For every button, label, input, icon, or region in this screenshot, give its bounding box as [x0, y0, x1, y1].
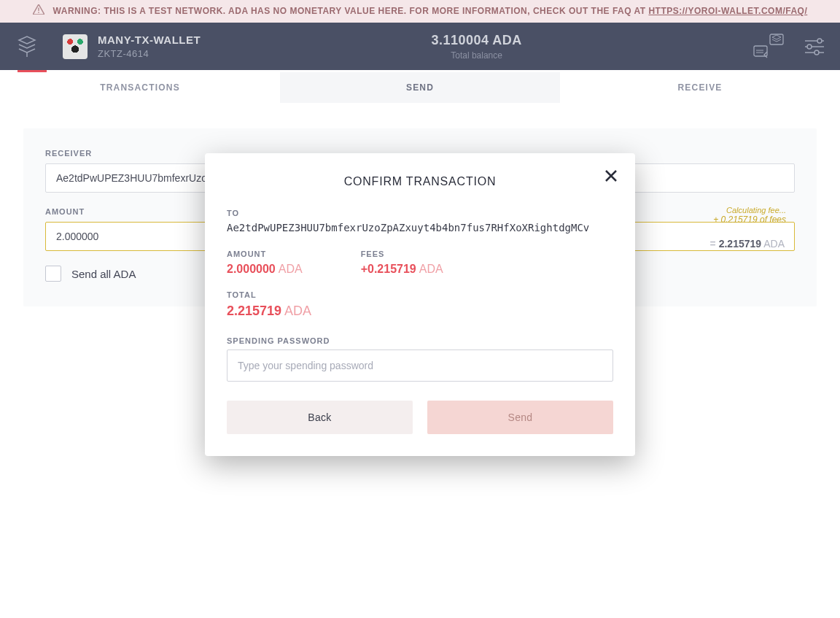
settings-icon[interactable] [804, 36, 825, 57]
amount-block: AMOUNT 2.000000ADA [227, 250, 303, 276]
balance-block: 3.110004 ADA Total balance [201, 33, 752, 61]
wallet-name: MANY-TX-WALLET [98, 34, 201, 46]
modal-total-value: 2.215719ADA [227, 304, 613, 319]
balance-label: Total balance [201, 50, 752, 61]
fees-block: FEES +0.215719ADA [361, 250, 443, 276]
modal-title: CONFIRM TRANSACTION [205, 175, 635, 188]
balance-value: 3.110004 ADA [201, 33, 752, 48]
back-button[interactable]: Back [227, 401, 413, 434]
svg-rect-0 [38, 7, 39, 11]
amount-total-inline: = 2.215719 ADA [710, 238, 785, 250]
tab-send[interactable]: SEND [280, 72, 560, 103]
wallet-code: ZKTZ-4614 [98, 48, 201, 59]
fees-inline-text: + 0.215719 of fees [713, 215, 786, 225]
app-header: MANY-TX-WALLET ZKTZ-4614 3.110004 ADA To… [0, 23, 840, 70]
warning-icon [33, 4, 44, 19]
to-address: Ae2tdPwUPEZ3HUU7bmfexrUzoZpAZxuyt4b4bn7f… [221, 222, 613, 233]
wallet-avatar-icon [63, 34, 88, 59]
svg-point-9 [814, 50, 819, 55]
spending-password-input[interactable] [227, 349, 613, 382]
confirm-transaction-modal: CONFIRM TRANSACTION TO Ae2tdPwUPEZ3HUU7b… [205, 153, 635, 456]
warning-text: WARNING: THIS IS A TEST NETWORK. ADA HAS… [53, 6, 649, 16]
total-block: TOTAL 2.215719ADA [227, 290, 613, 319]
modal-amount-value: 2.000000ADA [227, 263, 303, 276]
modal-amount-label: AMOUNT [227, 250, 303, 258]
send-button[interactable]: Send [427, 401, 613, 434]
tab-transactions[interactable]: TRANSACTIONS [0, 72, 280, 103]
test-network-warning: WARNING: THIS IS A TEST NETWORK. ADA HAS… [0, 0, 840, 23]
modal-fees-value: +0.215719ADA [361, 263, 443, 276]
svg-point-5 [817, 39, 822, 43]
wallet-tabs: TRANSACTIONS SEND RECEIVE [0, 72, 840, 104]
modal-total-label: TOTAL [227, 290, 613, 299]
svg-point-7 [807, 45, 812, 49]
wallets-icon[interactable] [752, 33, 785, 61]
warning-faq-link[interactable]: HTTPS://YOROI-WALLET.COM/FAQ/ [648, 6, 807, 16]
calculating-fee-text: Calculating fee... [713, 206, 786, 215]
to-label: TO [221, 209, 613, 217]
wallet-meta: MANY-TX-WALLET ZKTZ-4614 [98, 34, 201, 59]
svg-rect-3 [754, 46, 767, 56]
modal-fees-label: FEES [361, 250, 443, 258]
tab-receive[interactable]: RECEIVE [560, 72, 840, 103]
send-all-checkbox[interactable] [45, 266, 61, 282]
spending-password-label: SPENDING PASSWORD [227, 336, 613, 345]
app-logo-icon[interactable] [15, 34, 39, 59]
send-all-label: Send all ADA [71, 268, 136, 280]
close-icon[interactable] [604, 168, 618, 185]
svg-rect-1 [38, 12, 39, 13]
